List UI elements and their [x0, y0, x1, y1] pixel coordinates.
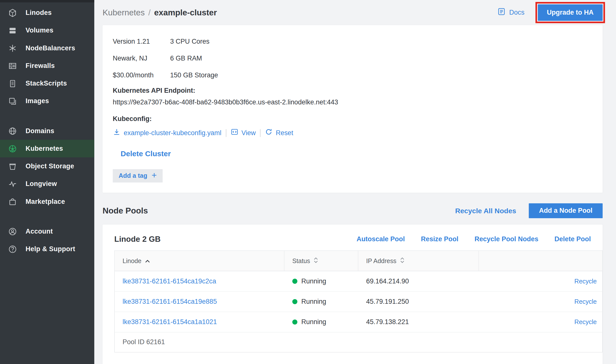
column-header-status[interactable]: Status — [284, 251, 358, 271]
spec-row: Newark, NJ 6 GB RAM — [113, 50, 592, 67]
status-label: Running — [301, 318, 326, 326]
node-ip: 45.79.138.221 — [358, 318, 479, 326]
kubeconfig-view-link[interactable]: View — [230, 128, 256, 138]
sidebar-item-label: Kubernetes — [26, 145, 63, 152]
column-label: Linode — [123, 257, 141, 264]
api-endpoint-label: Kubernetes API Endpoint: — [113, 87, 592, 95]
images-icon — [8, 97, 17, 105]
sidebar: Linodes Volumes NodeBalancers Firewalls — [0, 0, 94, 364]
kubeconfig-reset-link[interactable]: Reset — [265, 128, 293, 138]
column-header-ip-address[interactable]: IP Address — [358, 251, 479, 271]
autoscale-pool-link[interactable]: Autoscale Pool — [357, 235, 405, 243]
delete-pool-link[interactable]: Delete Pool — [554, 235, 591, 243]
divider — [260, 129, 261, 137]
node-link[interactable]: lke38731-62161-6154ca19e885 — [123, 298, 217, 306]
sort-ascending-icon — [145, 257, 150, 264]
sidebar-item-firewalls[interactable]: Firewalls — [0, 57, 94, 75]
reset-icon — [265, 128, 273, 138]
sort-icon — [400, 257, 405, 265]
add-node-pool-button[interactable]: Add a Node Pool — [529, 203, 603, 218]
node-pool-card: Linode 2 GB Autoscale Pool Resize Pool R… — [103, 224, 603, 364]
sidebar-item-object-storage[interactable]: Object Storage — [0, 157, 94, 175]
sidebar-item-domains[interactable]: Domains — [0, 122, 94, 140]
recycle-all-nodes-link[interactable]: Recycle All Nodes — [455, 207, 516, 215]
sidebar-item-linodes[interactable]: Linodes — [0, 4, 94, 22]
plus-icon — [152, 172, 157, 179]
sidebar-item-longview[interactable]: Longview — [0, 175, 94, 193]
cluster-storage: 150 GB Storage — [170, 71, 218, 79]
kubeconfig-download-link[interactable]: example-cluster-kubeconfig.yaml — [113, 128, 221, 138]
volumes-icon — [8, 26, 17, 35]
table-row: lke38731-62161-6154ca19e885 Running 45.7… — [115, 292, 602, 312]
column-header-linode[interactable]: Linode — [115, 251, 284, 271]
sidebar-group-compute: Linodes Volumes NodeBalancers Firewalls — [0, 4, 94, 110]
recycle-node-link[interactable]: Recycle — [574, 278, 597, 285]
longview-icon — [8, 180, 17, 188]
upgrade-ha-button[interactable]: Upgrade to HA — [538, 4, 603, 21]
sidebar-item-label: Domains — [26, 127, 54, 135]
recycle-pool-nodes-link[interactable]: Recycle Pool Nodes — [475, 235, 538, 243]
column-label: IP Address — [366, 257, 396, 264]
breadcrumb: Kubernetes / example-cluster — [103, 8, 497, 17]
page-title: example-cluster — [154, 8, 217, 17]
cluster-ram: 6 GB RAM — [170, 54, 202, 62]
docs-icon — [497, 7, 506, 18]
sidebar-item-images[interactable]: Images — [0, 92, 94, 110]
sidebar-item-label: Account — [26, 227, 53, 235]
main-content: Kubernetes / example-cluster Docs Upgrad… — [94, 0, 616, 364]
delete-cluster-button[interactable]: Delete Cluster — [121, 150, 171, 158]
object-storage-icon — [8, 162, 17, 171]
breadcrumb-section[interactable]: Kubernetes — [103, 8, 145, 17]
sidebar-item-label: Marketplace — [26, 198, 65, 206]
node-link[interactable]: lke38731-62161-6154ca1a1021 — [123, 318, 217, 326]
add-tag-button[interactable]: Add a tag — [113, 169, 163, 182]
api-endpoint-value: https://9e2a7307-b6ac-408f-ba62-9483b0b3… — [113, 98, 592, 106]
cluster-region: Newark, NJ — [113, 54, 170, 62]
sidebar-item-nodebalancers[interactable]: NodeBalancers — [0, 39, 94, 57]
sidebar-item-label: Images — [26, 97, 49, 105]
sidebar-group-services: Domains Kubernetes Object Storage Longvi… — [0, 122, 94, 210]
sidebar-item-label: StackScripts — [26, 80, 67, 88]
pool-id-footer: Pool ID 62161 — [115, 333, 602, 352]
marketplace-icon — [8, 197, 17, 206]
pool-title: Linode 2 GB — [114, 235, 341, 244]
docs-link[interactable]: Docs — [497, 7, 524, 18]
sidebar-item-account[interactable]: Account — [0, 223, 94, 240]
sidebar-item-marketplace[interactable]: Marketplace — [0, 193, 94, 210]
app: Linodes Volumes NodeBalancers Firewalls — [0, 0, 616, 364]
account-icon — [8, 227, 17, 236]
sidebar-item-label: Help & Support — [26, 245, 75, 253]
node-link[interactable]: lke38731-62161-6154ca19c2ca — [123, 277, 216, 285]
sidebar-item-label: Linodes — [26, 9, 52, 17]
column-label: Status — [292, 257, 310, 264]
node-pools-header: Node Pools Recycle All Nodes Add a Node … — [103, 203, 603, 218]
status-running-dot — [292, 279, 298, 284]
download-icon — [113, 128, 121, 138]
stackscripts-icon — [8, 79, 17, 88]
kubeconfig-label: Kubeconfig: — [113, 115, 592, 123]
resize-pool-link[interactable]: Resize Pool — [421, 235, 458, 243]
upgrade-ha-wrap: Upgrade to HA — [538, 4, 603, 21]
nodebalancers-icon — [8, 44, 17, 52]
sidebar-item-stackscripts[interactable]: StackScripts — [0, 75, 94, 92]
view-label: View — [241, 129, 256, 137]
sidebar-item-kubernetes[interactable]: Kubernetes — [0, 140, 94, 157]
cluster-summary-card: Version 1.21 3 CPU Cores Newark, NJ 6 GB… — [103, 25, 603, 193]
node-ip: 69.164.214.90 — [358, 277, 479, 285]
sidebar-divider-gap — [0, 110, 94, 122]
sidebar-item-volumes[interactable]: Volumes — [0, 22, 94, 39]
sidebar-top-strip — [0, 0, 94, 2]
node-pools-title: Node Pools — [103, 206, 455, 215]
breadcrumb-separator: / — [148, 8, 150, 17]
recycle-node-link[interactable]: Recycle — [574, 298, 597, 305]
sort-icon — [314, 257, 318, 265]
recycle-node-link[interactable]: Recycle — [574, 319, 597, 326]
sidebar-item-label: Longview — [26, 180, 57, 188]
sidebar-item-label: Firewalls — [26, 62, 55, 70]
domains-icon — [8, 126, 17, 135]
sidebar-item-label: NodeBalancers — [26, 44, 75, 52]
node-ip: 45.79.191.250 — [358, 298, 479, 306]
spec-row: Version 1.21 3 CPU Cores — [113, 33, 592, 50]
sidebar-item-help-support[interactable]: Help & Support — [0, 240, 94, 258]
cluster-version: Version 1.21 — [113, 37, 170, 45]
